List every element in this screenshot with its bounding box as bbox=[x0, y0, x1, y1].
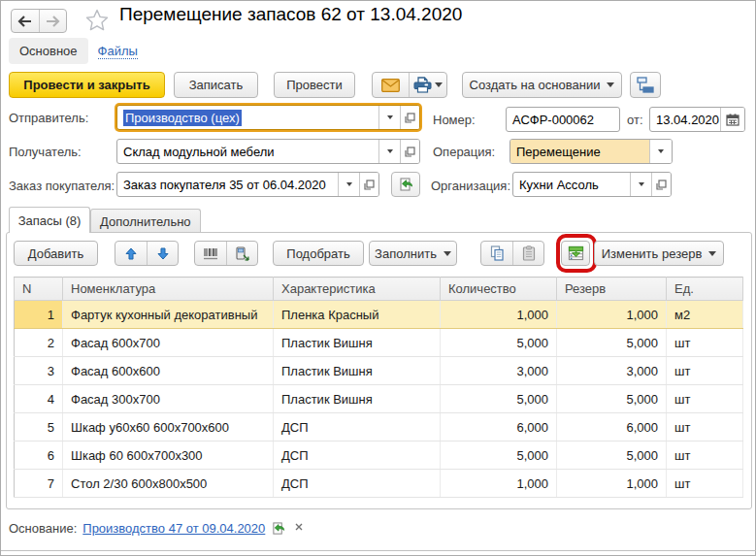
copy-rows-button[interactable] bbox=[481, 242, 512, 265]
post-button[interactable]: Провести bbox=[274, 72, 355, 98]
pick-items-button[interactable]: Подобрать bbox=[273, 241, 364, 266]
item-cell[interactable]: Фасад 600х700 bbox=[63, 329, 274, 357]
report-structure-button[interactable] bbox=[630, 72, 661, 98]
column-header[interactable]: Резерв bbox=[557, 278, 667, 301]
receiver-dropdown-button[interactable] bbox=[378, 140, 400, 163]
basis-link[interactable]: Производство 47 от 09.04.2020 bbox=[82, 521, 265, 536]
change-reserve-button[interactable]: Изменить резерв bbox=[594, 241, 724, 266]
unit-cell[interactable]: шт bbox=[667, 329, 743, 357]
tab-files-link[interactable]: Файлы bbox=[98, 44, 138, 59]
feature-cell[interactable]: ДСП bbox=[274, 413, 441, 442]
unit-cell[interactable]: шт bbox=[667, 357, 743, 385]
tab-inventory[interactable]: Запасы (8) bbox=[9, 207, 90, 233]
table-row[interactable]: 5Шкаф у60х60 600х700х600ДСП6,0006,000шт bbox=[15, 413, 743, 442]
reserve-cell[interactable]: 1,000 bbox=[557, 301, 667, 329]
quantity-cell[interactable]: 5,000 bbox=[441, 442, 557, 470]
row-number-cell[interactable]: 5 bbox=[15, 413, 63, 442]
tab-additional[interactable]: Дополнительно bbox=[90, 209, 201, 233]
row-number-cell[interactable]: 1 bbox=[15, 301, 63, 329]
tab-main[interactable]: Основное bbox=[9, 38, 88, 64]
unit-cell[interactable]: шт bbox=[667, 385, 743, 413]
move-row-up-button[interactable] bbox=[115, 242, 147, 265]
write-button[interactable]: Записать bbox=[174, 72, 258, 98]
unit-cell[interactable]: шт bbox=[667, 442, 743, 470]
post-and-close-button[interactable]: Провести и закрыть bbox=[9, 72, 165, 98]
unit-cell[interactable]: шт bbox=[667, 470, 743, 498]
table-row[interactable]: 6Шкаф 60 600х700х300ДСП5,0005,000шт bbox=[15, 442, 743, 470]
quantity-cell[interactable]: 6,000 bbox=[441, 413, 557, 442]
reserve-table-button[interactable] bbox=[561, 241, 590, 266]
reserve-cell[interactable]: 5,000 bbox=[557, 329, 667, 357]
feature-cell[interactable]: ДСП bbox=[274, 442, 441, 470]
row-number-cell[interactable]: 2 bbox=[15, 329, 63, 357]
table-row[interactable]: 7Стол 2/30 600х800х500ДСП1,0001,000шт bbox=[15, 470, 743, 498]
number-field[interactable]: АСФР-000062 bbox=[506, 107, 620, 132]
create-based-on-button[interactable]: Создать на основании bbox=[462, 72, 622, 98]
organization-field[interactable]: Кухни Ассоль bbox=[512, 172, 672, 197]
fill-button[interactable]: Заполнить bbox=[369, 241, 457, 266]
item-cell[interactable]: Стол 2/30 600х800х500 bbox=[63, 470, 274, 498]
feature-cell[interactable]: ДСП bbox=[274, 470, 441, 498]
data-terminal-button[interactable] bbox=[226, 242, 257, 265]
clear-basis-button[interactable] bbox=[295, 520, 303, 534]
column-header[interactable]: Количество bbox=[441, 278, 557, 301]
item-cell[interactable]: Шкаф 60 600х700х300 bbox=[63, 442, 274, 470]
customer-order-field[interactable]: Заказ покупателя 35 от 06.04.2020 bbox=[116, 172, 379, 197]
feature-cell[interactable]: Пластик Вишня bbox=[274, 329, 441, 357]
forward-button[interactable] bbox=[39, 10, 67, 32]
receiver-field[interactable]: Склад модульной мебели bbox=[116, 139, 420, 164]
row-number-cell[interactable]: 4 bbox=[15, 385, 63, 413]
quantity-cell[interactable]: 1,000 bbox=[441, 301, 557, 329]
move-row-down-button[interactable] bbox=[147, 242, 178, 265]
table-row[interactable]: 3Фасад 600х600Пластик Вишня3,0003,000шт bbox=[15, 357, 743, 385]
reserve-cell[interactable]: 1,000 bbox=[557, 470, 667, 498]
reserve-cell[interactable]: 6,000 bbox=[557, 413, 667, 442]
barcode-scan-button[interactable] bbox=[195, 242, 226, 265]
organization-open-button[interactable] bbox=[651, 173, 671, 196]
feature-cell[interactable]: Пленка Красный bbox=[274, 301, 441, 329]
feature-cell[interactable]: Пластик Вишня bbox=[274, 357, 441, 385]
row-number-cell[interactable]: 7 bbox=[15, 470, 63, 498]
column-header[interactable]: Ед. bbox=[667, 278, 743, 301]
table-row[interactable]: 4Фасад 300х700Пластик Вишня5,0005,000шт bbox=[15, 385, 743, 413]
column-header[interactable]: Характеристика bbox=[274, 278, 441, 301]
unit-cell[interactable]: м2 bbox=[667, 301, 743, 329]
operation-dropdown-button[interactable] bbox=[649, 140, 672, 163]
date-field[interactable]: 13.04.2020 bbox=[649, 107, 745, 132]
feature-cell[interactable]: Пластик Вишня bbox=[274, 385, 441, 413]
receiver-open-button[interactable] bbox=[400, 140, 419, 163]
table-row[interactable]: 2Фасад 600х700Пластик Вишня5,0005,000шт bbox=[15, 329, 743, 357]
favorite-star-icon[interactable] bbox=[84, 8, 110, 36]
paste-rows-button[interactable] bbox=[512, 242, 543, 265]
organization-dropdown-button[interactable] bbox=[630, 173, 651, 196]
quantity-cell[interactable]: 5,000 bbox=[441, 329, 557, 357]
quantity-cell[interactable]: 1,000 bbox=[441, 470, 557, 498]
item-cell[interactable]: Фартук кухонный декоративный bbox=[63, 301, 274, 329]
quantity-cell[interactable]: 3,000 bbox=[441, 357, 557, 385]
reserve-cell[interactable]: 5,000 bbox=[557, 385, 667, 413]
open-order-button[interactable] bbox=[391, 172, 420, 197]
reserve-cell[interactable]: 5,000 bbox=[557, 442, 667, 470]
operation-field[interactable]: Перемещение bbox=[509, 139, 673, 164]
sender-open-button[interactable] bbox=[400, 106, 419, 129]
item-cell[interactable]: Шкаф у60х60 600х700х600 bbox=[63, 413, 274, 442]
back-button[interactable] bbox=[12, 10, 39, 32]
add-row-button[interactable]: Добавить bbox=[14, 241, 98, 266]
print-button[interactable] bbox=[409, 73, 446, 97]
sender-field[interactable]: Производство (цех) bbox=[116, 105, 420, 130]
customer-order-dropdown-button[interactable] bbox=[338, 173, 359, 196]
customer-order-open-button[interactable] bbox=[359, 173, 378, 196]
date-calendar-button[interactable] bbox=[720, 108, 744, 131]
row-number-cell[interactable]: 6 bbox=[15, 442, 63, 470]
table-row[interactable]: 1Фартук кухонный декоративныйПленка Крас… bbox=[15, 301, 743, 329]
sender-dropdown-button[interactable] bbox=[378, 106, 400, 129]
reserve-cell[interactable]: 3,000 bbox=[557, 357, 667, 385]
send-email-button[interactable] bbox=[373, 73, 409, 97]
column-header[interactable]: N bbox=[15, 278, 63, 301]
column-header[interactable]: Номенклатура bbox=[63, 278, 274, 301]
row-number-cell[interactable]: 3 bbox=[15, 357, 63, 385]
item-cell[interactable]: Фасад 600х600 bbox=[63, 357, 274, 385]
item-cell[interactable]: Фасад 300х700 bbox=[63, 385, 274, 413]
unit-cell[interactable]: шт bbox=[667, 413, 743, 442]
basis-open-button[interactable] bbox=[272, 522, 285, 536]
